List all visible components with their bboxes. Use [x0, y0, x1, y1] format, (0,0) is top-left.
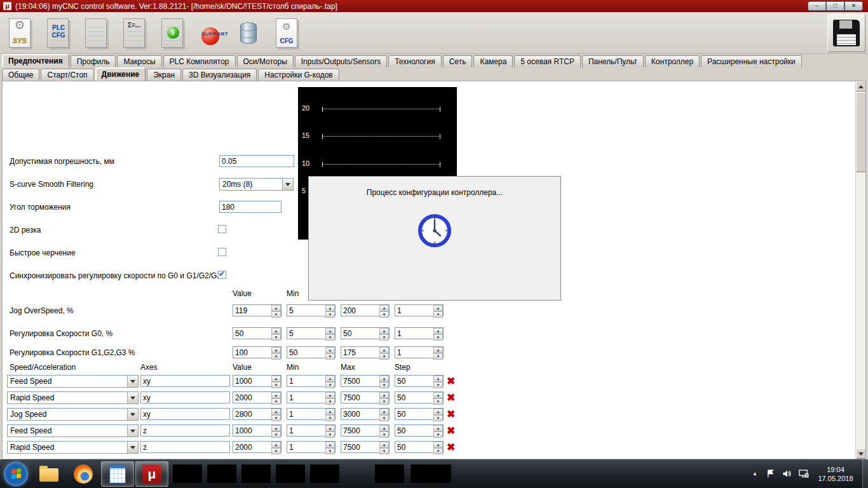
spinner-buttons[interactable] — [271, 442, 281, 452]
spinner-buttons[interactable] — [325, 328, 335, 339]
value-spinbox[interactable]: 2000 — [233, 391, 281, 403]
spinner-buttons[interactable] — [433, 392, 443, 403]
tab-technology[interactable]: Технология — [388, 55, 442, 67]
max-spinbox[interactable]: 7500 — [341, 391, 390, 403]
speed-type-select[interactable]: Rapid Speed — [7, 441, 139, 454]
min-spinbox[interactable]: 1 — [287, 424, 336, 437]
g123-speed-value-spinbox[interactable]: 100 — [233, 346, 281, 358]
brake-angle-input[interactable]: 180 — [219, 201, 281, 213]
scroll-up-button[interactable] — [856, 81, 866, 92]
fast-draw-checkbox[interactable] — [218, 248, 226, 256]
macro-list-button[interactable]: Σ=... — [117, 14, 151, 52]
delete-row-icon[interactable]: ✖ — [447, 442, 455, 453]
delete-row-icon[interactable]: ✖ — [447, 392, 455, 403]
g0-speed-min-spinbox[interactable]: 5 — [287, 327, 336, 339]
spinner-buttons[interactable] — [325, 425, 335, 436]
subtab-gcode-settings[interactable]: Настройки G-кодов — [258, 69, 339, 81]
spinner-buttons[interactable] — [271, 376, 281, 386]
spinner-buttons[interactable] — [271, 392, 281, 403]
minimize-button[interactable]: – — [808, 1, 826, 11]
g0-speed-step-spinbox[interactable]: 1 — [395, 327, 444, 339]
taskbar-spreadsheet-button[interactable] — [101, 461, 134, 487]
spinner-buttons[interactable] — [325, 392, 335, 403]
spinner-buttons[interactable] — [271, 425, 281, 436]
spinner-buttons[interactable] — [379, 376, 389, 386]
tab-plc-compiler[interactable]: PLC Компилятор — [163, 55, 236, 67]
min-spinbox[interactable]: 1 — [287, 441, 336, 453]
spinner-buttons[interactable] — [433, 442, 443, 452]
tab-camera[interactable]: Камера — [473, 55, 513, 67]
spinner-buttons[interactable] — [379, 305, 389, 316]
axes-input[interactable]: xy — [140, 391, 230, 403]
spinner-buttons[interactable] — [325, 442, 335, 452]
spinner-buttons[interactable] — [325, 409, 335, 419]
tab-5axis-rtcp[interactable]: 5 осевая RTCP — [514, 55, 581, 67]
jog-overspeed-step-spinbox[interactable]: 1 — [395, 304, 444, 316]
sys-button[interactable]: ⚙ SYS — [3, 14, 37, 52]
network-display-icon[interactable] — [798, 469, 809, 478]
cut2d-checkbox[interactable] — [218, 225, 226, 233]
tab-macros[interactable]: Макросы — [117, 55, 161, 67]
speed-type-select[interactable]: Jog Speed — [7, 408, 139, 421]
axes-input[interactable]: z — [140, 441, 230, 453]
scurve-filter-select[interactable]: 20ms (8) — [219, 178, 294, 191]
spinner-buttons[interactable] — [379, 328, 389, 339]
hidden-icons-chevron[interactable]: ▲ — [750, 471, 759, 477]
action-center-flag-icon[interactable] — [766, 469, 775, 478]
spinner-buttons[interactable] — [379, 409, 389, 419]
axes-input[interactable]: xy — [140, 375, 230, 387]
report-button[interactable] — [79, 14, 113, 52]
step-spinbox[interactable]: 50 — [395, 375, 444, 387]
jog-overspeed-value-spinbox[interactable]: 119 — [233, 304, 281, 316]
subtab-motion[interactable]: Движение — [95, 67, 146, 81]
speed-type-select[interactable]: Feed Speed — [7, 424, 139, 437]
taskbar-firefox-button[interactable] — [67, 461, 100, 487]
tab-preferences[interactable]: Предпочтения — [2, 54, 69, 67]
max-spinbox[interactable]: 7500 — [341, 441, 390, 453]
spinner-buttons[interactable] — [325, 376, 335, 386]
support-button[interactable]: SUPPORT — [193, 14, 227, 52]
step-spinbox[interactable]: 50 — [395, 391, 444, 403]
axes-input[interactable]: xy — [140, 408, 230, 420]
spinner-buttons[interactable] — [433, 409, 443, 419]
plc-cfg-button[interactable]: PLC CFG — [41, 14, 75, 52]
g0-speed-value-spinbox[interactable]: 50 — [233, 327, 281, 339]
show-desktop-button[interactable] — [862, 459, 868, 488]
g0-speed-max-spinbox[interactable]: 50 — [341, 327, 390, 339]
subtab-general[interactable]: Общие — [2, 69, 39, 81]
taskbar-clock[interactable]: 19:04 17.05.2018 — [815, 465, 856, 483]
scrollbar-thumb[interactable] — [856, 92, 866, 172]
taskbar-mycnc-button[interactable]: μ — [135, 461, 168, 487]
taskbar-explorer-button[interactable] — [32, 461, 65, 487]
spinner-buttons[interactable] — [325, 305, 335, 316]
spinner-buttons[interactable] — [271, 305, 281, 316]
subtab-start-stop[interactable]: Старт/Стоп — [41, 69, 93, 81]
delete-row-icon[interactable]: ✖ — [447, 409, 455, 420]
speed-type-select[interactable]: Rapid Speed — [7, 391, 139, 404]
maximize-button[interactable]: □ — [826, 1, 844, 11]
g123-speed-min-spinbox[interactable]: 50 — [287, 346, 336, 358]
g123-speed-step-spinbox[interactable]: 1 — [395, 346, 444, 358]
database-button[interactable] — [231, 14, 266, 52]
tab-axes-motors[interactable]: Оси/Моторы — [237, 55, 294, 67]
spinner-buttons[interactable] — [379, 347, 389, 358]
axes-input[interactable]: z — [140, 424, 230, 437]
save-button[interactable] — [827, 14, 865, 52]
tab-controller[interactable]: Контроллер — [645, 55, 700, 67]
spinner-buttons[interactable] — [433, 347, 443, 358]
spinner-buttons[interactable] — [379, 425, 389, 436]
tolerance-input[interactable]: 0.05 — [219, 155, 294, 167]
delete-row-icon[interactable]: ✖ — [447, 425, 455, 437]
step-spinbox[interactable]: 50 — [395, 441, 444, 453]
value-spinbox[interactable]: 2000 — [233, 441, 281, 453]
max-spinbox[interactable]: 3000 — [341, 408, 390, 420]
value-spinbox[interactable]: 1000 — [233, 424, 281, 437]
tab-advanced-settings[interactable]: Расширенные настройки — [701, 55, 802, 67]
info-button[interactable]: i — [155, 14, 189, 52]
value-spinbox[interactable]: 2800 — [233, 408, 281, 420]
jog-overspeed-min-spinbox[interactable]: 5 — [287, 304, 336, 316]
spinner-buttons[interactable] — [433, 305, 443, 316]
spinner-buttons[interactable] — [379, 442, 389, 452]
jog-overspeed-max-spinbox[interactable]: 200 — [341, 304, 390, 316]
volume-icon[interactable] — [782, 469, 792, 478]
